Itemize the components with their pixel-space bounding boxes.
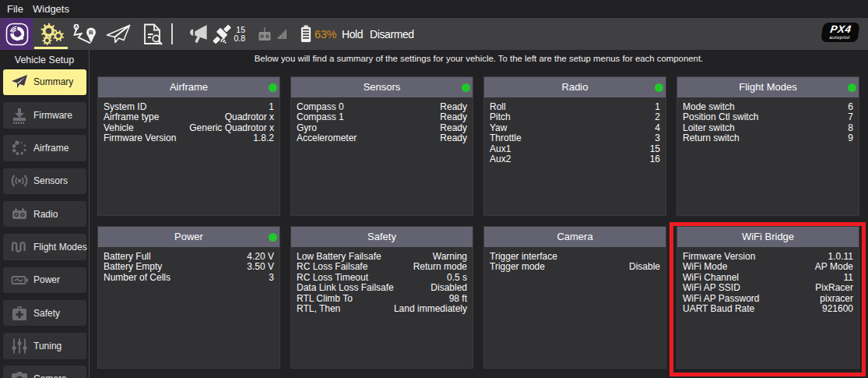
svg-text:B: B [89, 29, 93, 36]
svg-text:A: A [75, 24, 78, 29]
